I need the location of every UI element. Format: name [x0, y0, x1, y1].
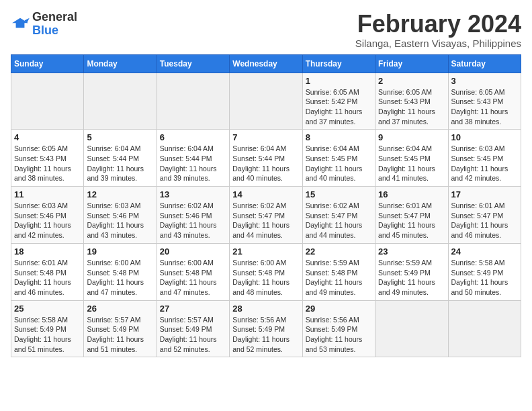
- calendar-day-cell: 16Sunrise: 6:01 AM Sunset: 5:47 PM Dayli…: [375, 187, 448, 244]
- calendar-day-cell: 6Sunrise: 6:04 AM Sunset: 5:44 PM Daylig…: [157, 130, 229, 187]
- day-info: Sunrise: 5:59 AM Sunset: 5:49 PM Dayligh…: [378, 258, 445, 298]
- day-info: Sunrise: 6:05 AM Sunset: 5:42 PM Dayligh…: [306, 87, 372, 127]
- calendar-header-cell: Friday: [375, 54, 448, 73]
- calendar-day-cell: [448, 300, 521, 357]
- calendar-day-cell: [375, 300, 448, 357]
- day-info: Sunrise: 6:04 AM Sunset: 5:45 PM Dayligh…: [378, 144, 445, 183]
- calendar-day-cell: 11Sunrise: 6:03 AM Sunset: 5:46 PM Dayli…: [11, 187, 84, 244]
- day-info: Sunrise: 6:03 AM Sunset: 5:46 PM Dayligh…: [87, 201, 153, 240]
- calendar-day-cell: [84, 73, 157, 130]
- calendar-header-cell: Tuesday: [157, 54, 229, 73]
- day-info: Sunrise: 6:04 AM Sunset: 5:44 PM Dayligh…: [160, 144, 226, 183]
- day-info: Sunrise: 5:58 AM Sunset: 5:49 PM Dayligh…: [451, 258, 518, 298]
- day-info: Sunrise: 5:58 AM Sunset: 5:49 PM Dayligh…: [14, 315, 81, 355]
- day-info: Sunrise: 6:04 AM Sunset: 5:44 PM Dayligh…: [87, 144, 153, 183]
- day-number: 17: [451, 189, 518, 199]
- day-number: 10: [451, 132, 518, 142]
- day-info: Sunrise: 6:00 AM Sunset: 5:48 PM Dayligh…: [160, 258, 226, 298]
- calendar-week-row: 18Sunrise: 6:01 AM Sunset: 5:48 PM Dayli…: [11, 243, 521, 300]
- calendar-day-cell: 26Sunrise: 5:57 AM Sunset: 5:49 PM Dayli…: [84, 300, 157, 357]
- calendar-day-cell: 5Sunrise: 6:04 AM Sunset: 5:44 PM Daylig…: [84, 130, 157, 187]
- day-number: 5: [87, 132, 153, 142]
- calendar-day-cell: 9Sunrise: 6:04 AM Sunset: 5:45 PM Daylig…: [375, 130, 448, 187]
- calendar-day-cell: 20Sunrise: 6:00 AM Sunset: 5:48 PM Dayli…: [157, 243, 229, 300]
- day-number: 11: [14, 189, 81, 199]
- day-info: Sunrise: 6:04 AM Sunset: 5:44 PM Dayligh…: [232, 144, 299, 183]
- logo: General Blue: [11, 11, 77, 38]
- calendar-day-cell: 3Sunrise: 6:05 AM Sunset: 5:43 PM Daylig…: [448, 73, 521, 130]
- calendar-day-cell: 22Sunrise: 5:59 AM Sunset: 5:48 PM Dayli…: [302, 243, 375, 300]
- calendar-day-cell: 17Sunrise: 6:01 AM Sunset: 5:47 PM Dayli…: [448, 187, 521, 244]
- calendar-day-cell: 4Sunrise: 6:05 AM Sunset: 5:43 PM Daylig…: [11, 130, 84, 187]
- day-number: 9: [378, 132, 445, 142]
- calendar-day-cell: 10Sunrise: 6:03 AM Sunset: 5:45 PM Dayli…: [448, 130, 521, 187]
- calendar-week-row: 4Sunrise: 6:05 AM Sunset: 5:43 PM Daylig…: [11, 130, 521, 187]
- day-info: Sunrise: 5:56 AM Sunset: 5:49 PM Dayligh…: [232, 315, 299, 355]
- day-number: 4: [14, 132, 81, 142]
- day-number: 6: [160, 132, 226, 142]
- calendar-day-cell: [230, 73, 302, 130]
- day-number: 19: [87, 246, 153, 257]
- calendar-day-cell: 8Sunrise: 6:04 AM Sunset: 5:45 PM Daylig…: [302, 130, 375, 187]
- calendar-day-cell: 24Sunrise: 5:58 AM Sunset: 5:49 PM Dayli…: [448, 243, 521, 300]
- calendar-day-cell: 29Sunrise: 5:56 AM Sunset: 5:49 PM Dayli…: [302, 300, 375, 357]
- day-number: 20: [160, 246, 226, 257]
- calendar-header-cell: Saturday: [448, 54, 521, 73]
- calendar-table: SundayMondayTuesdayWednesdayThursdayFrid…: [11, 54, 521, 358]
- page-title: February 2024: [355, 11, 521, 38]
- day-info: Sunrise: 5:59 AM Sunset: 5:48 PM Dayligh…: [306, 258, 372, 298]
- day-number: 3: [451, 76, 518, 86]
- day-number: 12: [87, 189, 153, 199]
- day-info: Sunrise: 6:05 AM Sunset: 5:43 PM Dayligh…: [378, 87, 445, 127]
- day-info: Sunrise: 6:01 AM Sunset: 5:48 PM Dayligh…: [14, 258, 81, 298]
- day-info: Sunrise: 6:05 AM Sunset: 5:43 PM Dayligh…: [451, 87, 518, 127]
- calendar-day-cell: 27Sunrise: 5:57 AM Sunset: 5:49 PM Dayli…: [157, 300, 229, 357]
- calendar-header-cell: Sunday: [11, 54, 84, 73]
- day-number: 26: [87, 304, 153, 314]
- day-number: 18: [14, 246, 81, 257]
- day-info: Sunrise: 6:02 AM Sunset: 5:46 PM Dayligh…: [160, 201, 226, 240]
- calendar-header-cell: Monday: [84, 54, 157, 73]
- logo-icon: [11, 17, 30, 32]
- day-number: 14: [232, 189, 299, 199]
- calendar-day-cell: 7Sunrise: 6:04 AM Sunset: 5:44 PM Daylig…: [230, 130, 302, 187]
- day-number: 22: [306, 246, 372, 257]
- day-info: Sunrise: 6:03 AM Sunset: 5:46 PM Dayligh…: [14, 201, 81, 240]
- day-number: 29: [306, 304, 372, 314]
- calendar-header-cell: Thursday: [302, 54, 375, 73]
- day-number: 16: [378, 189, 445, 199]
- day-info: Sunrise: 5:57 AM Sunset: 5:49 PM Dayligh…: [87, 315, 153, 355]
- day-number: 25: [14, 304, 81, 314]
- calendar-day-cell: 1Sunrise: 6:05 AM Sunset: 5:42 PM Daylig…: [302, 73, 375, 130]
- day-number: 1: [306, 76, 372, 86]
- svg-marker-0: [12, 18, 28, 28]
- day-number: 24: [451, 246, 518, 257]
- logo-text: General Blue: [32, 11, 77, 38]
- calendar-day-cell: 23Sunrise: 5:59 AM Sunset: 5:49 PM Dayli…: [375, 243, 448, 300]
- calendar-day-cell: [11, 73, 84, 130]
- calendar-day-cell: 14Sunrise: 6:02 AM Sunset: 5:47 PM Dayli…: [230, 187, 302, 244]
- day-info: Sunrise: 6:04 AM Sunset: 5:45 PM Dayligh…: [306, 144, 372, 183]
- calendar-body: 1Sunrise: 6:05 AM Sunset: 5:42 PM Daylig…: [11, 73, 521, 357]
- calendar-header-cell: Wednesday: [230, 54, 302, 73]
- calendar-day-cell: 12Sunrise: 6:03 AM Sunset: 5:46 PM Dayli…: [84, 187, 157, 244]
- day-info: Sunrise: 5:56 AM Sunset: 5:49 PM Dayligh…: [306, 315, 372, 355]
- calendar-day-cell: 25Sunrise: 5:58 AM Sunset: 5:49 PM Dayli…: [11, 300, 84, 357]
- day-info: Sunrise: 6:00 AM Sunset: 5:48 PM Dayligh…: [87, 258, 153, 298]
- calendar-day-cell: 2Sunrise: 6:05 AM Sunset: 5:43 PM Daylig…: [375, 73, 448, 130]
- calendar-week-row: 1Sunrise: 6:05 AM Sunset: 5:42 PM Daylig…: [11, 73, 521, 130]
- day-info: Sunrise: 6:03 AM Sunset: 5:45 PM Dayligh…: [451, 144, 518, 183]
- day-number: 7: [232, 132, 299, 142]
- day-number: 8: [306, 132, 372, 142]
- header: General Blue February 2024 Silanga, East…: [11, 11, 521, 49]
- calendar-day-cell: 28Sunrise: 5:56 AM Sunset: 5:49 PM Dayli…: [230, 300, 302, 357]
- calendar-week-row: 11Sunrise: 6:03 AM Sunset: 5:46 PM Dayli…: [11, 187, 521, 244]
- calendar-header-row: SundayMondayTuesdayWednesdayThursdayFrid…: [11, 54, 521, 73]
- day-number: 15: [306, 189, 372, 199]
- day-info: Sunrise: 6:01 AM Sunset: 5:47 PM Dayligh…: [378, 201, 445, 240]
- day-number: 21: [232, 246, 299, 257]
- day-info: Sunrise: 5:57 AM Sunset: 5:49 PM Dayligh…: [160, 315, 226, 355]
- day-number: 23: [378, 246, 445, 257]
- day-info: Sunrise: 6:05 AM Sunset: 5:43 PM Dayligh…: [14, 144, 81, 183]
- calendar-day-cell: 18Sunrise: 6:01 AM Sunset: 5:48 PM Dayli…: [11, 243, 84, 300]
